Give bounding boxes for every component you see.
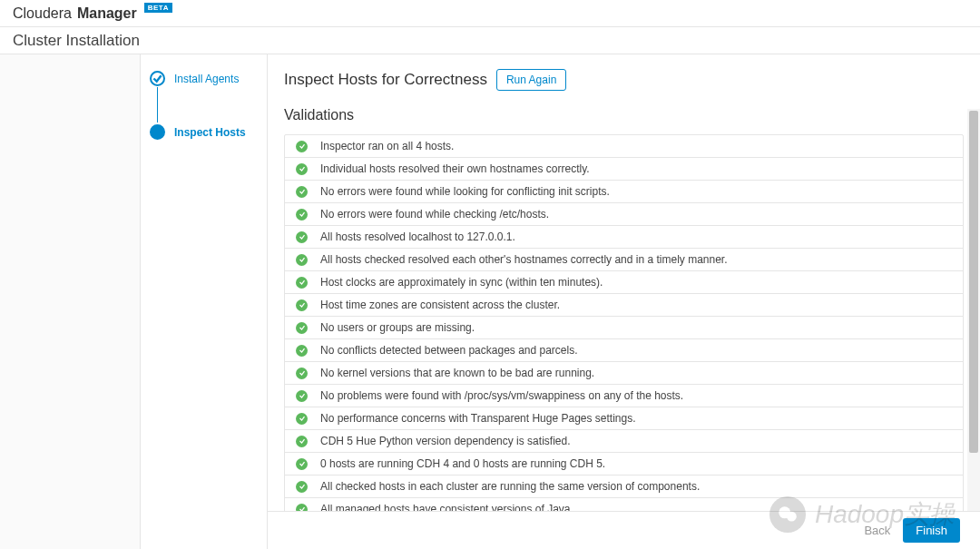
validation-message: No errors were found while looking for c…: [320, 185, 610, 198]
check-circle-icon: [296, 141, 308, 152]
check-circle-icon: [296, 413, 308, 425]
check-circle-icon: [296, 231, 308, 243]
validation-row: Individual hosts resolved their own host…: [285, 158, 963, 181]
validation-message: CDH 5 Hue Python version dependency is s…: [320, 435, 570, 447]
validation-message: No users or groups are missing.: [320, 321, 475, 334]
validations-table: Inspector ran on all 4 hosts.Individual …: [284, 134, 964, 511]
beta-badge: BETA: [144, 3, 172, 13]
validation-message: All checked hosts in each cluster are ru…: [320, 480, 700, 493]
validation-row: No kernel versions that are known to be …: [285, 362, 963, 385]
validations-title: Validations: [284, 107, 964, 123]
validation-row: All hosts resolved localhost to 127.0.0.…: [285, 226, 963, 249]
footer-bar: Back Finish: [268, 511, 980, 549]
validation-row: Host clocks are approximately in sync (w…: [285, 271, 963, 294]
check-circle-icon: [296, 345, 308, 357]
validation-row: No problems were found with /proc/sys/vm…: [285, 385, 963, 407]
validation-row: All managed hosts have consistent versio…: [285, 498, 963, 511]
check-circle-icon: [296, 368, 308, 379]
validation-row: Inspector ran on all 4 hosts.: [285, 135, 963, 158]
validation-row: No performance concerns with Transparent…: [285, 407, 963, 430]
page-title: Cluster Installation: [13, 32, 140, 50]
step-label: Install Agents: [174, 73, 239, 85]
page-title-bar: Cluster Installation: [0, 27, 980, 54]
validation-message: No kernel versions that are known to be …: [320, 367, 594, 379]
validation-message: Inspector ran on all 4 hosts.: [320, 140, 454, 152]
validation-message: Host clocks are approximately in sync (w…: [320, 276, 603, 289]
validation-row: No users or groups are missing.: [285, 317, 963, 339]
validation-message: No performance concerns with Transparent…: [320, 412, 636, 425]
step-label: Inspect Hosts: [174, 126, 246, 139]
logo-text-bold: Manager: [77, 5, 137, 22]
back-button[interactable]: Back: [860, 520, 894, 541]
check-circle-icon: [296, 458, 308, 470]
check-circle-icon: [296, 504, 308, 512]
step-install-agents[interactable]: Install Agents: [150, 71, 258, 124]
validation-row: No errors were found while checking /etc…: [285, 203, 963, 226]
check-circle-icon: [296, 254, 308, 266]
validation-row: CDH 5 Hue Python version dependency is s…: [285, 430, 963, 453]
scrollbar[interactable]: [967, 109, 980, 511]
check-circle-icon: [296, 186, 308, 198]
run-again-button[interactable]: Run Again: [496, 69, 566, 91]
validation-row: 0 hosts are running CDH 4 and 0 hosts ar…: [285, 453, 963, 475]
section-title: Inspect Hosts for Correctness: [284, 71, 487, 89]
logo[interactable]: Cloudera Manager BETA: [13, 5, 172, 22]
finish-button[interactable]: Finish: [903, 518, 960, 543]
check-circle-icon: [296, 322, 308, 334]
check-circle-icon: [296, 209, 308, 221]
check-circle-icon: [296, 299, 308, 311]
step-inspect-hosts[interactable]: Inspect Hosts: [150, 124, 258, 140]
check-circle-icon: [296, 390, 308, 402]
left-spacer: [0, 54, 141, 549]
check-circle-icon: [296, 163, 308, 175]
validation-message: Individual hosts resolved their own host…: [320, 162, 590, 175]
logo-text-light: Cloudera: [13, 5, 72, 22]
check-circle-icon: [296, 436, 308, 447]
validation-row: No conflicts detected between packages a…: [285, 339, 963, 362]
validation-row: No errors were found while looking for c…: [285, 181, 963, 203]
scrollbar-thumb[interactable]: [969, 111, 978, 453]
check-circle-icon: [296, 277, 308, 289]
check-circle-icon: [150, 71, 165, 86]
section-title-row: Inspect Hosts for Correctness Run Again: [284, 69, 964, 91]
validation-row: All checked hosts in each cluster are ru…: [285, 475, 963, 498]
validation-message: No conflicts detected between packages a…: [320, 344, 578, 357]
validation-message: All hosts checked resolved each other's …: [320, 253, 728, 266]
validation-message: All managed hosts have consistent versio…: [320, 503, 573, 511]
validation-message: No problems were found with /proc/sys/vm…: [320, 389, 683, 402]
validation-message: 0 hosts are running CDH 4 and 0 hosts ar…: [320, 457, 605, 470]
validation-message: Host time zones are consistent across th…: [320, 299, 560, 311]
content-area: Inspect Hosts for Correctness Run Again …: [268, 54, 980, 511]
validation-row: Host time zones are consistent across th…: [285, 294, 963, 317]
validation-row: All hosts checked resolved each other's …: [285, 249, 963, 271]
step-nav: Install Agents Inspect Hosts: [141, 54, 268, 549]
validation-message: All hosts resolved localhost to 127.0.0.…: [320, 230, 515, 243]
validation-message: No errors were found while checking /etc…: [320, 208, 549, 221]
app-header: Cloudera Manager BETA: [0, 0, 980, 27]
main-layout: Install Agents Inspect Hosts Inspect Hos…: [0, 54, 980, 549]
check-circle-icon: [296, 481, 308, 493]
current-step-icon: [150, 124, 165, 140]
